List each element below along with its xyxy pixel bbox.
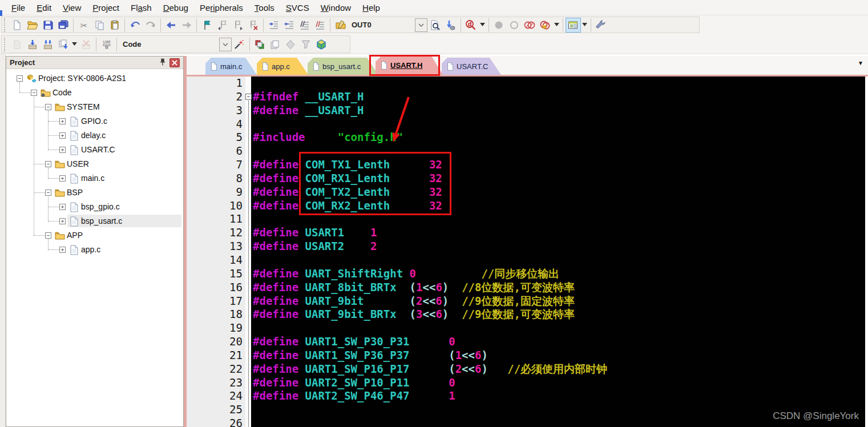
menu-view[interactable]: View — [57, 1, 87, 14]
tree-item-gpio-c[interactable]: +GPIO.c — [6, 114, 183, 128]
expand-box[interactable]: − — [45, 161, 51, 167]
cut-icon[interactable]: ✂ — [76, 18, 91, 33]
tab-usart-h[interactable]: USART.H — [376, 56, 443, 75]
code-line: #include "config.h" — [251, 131, 865, 144]
tree-item-code[interactable]: −Code — [6, 86, 183, 100]
tree-item-delay-c[interactable]: +delay.c — [6, 128, 183, 143]
windows-view-icon[interactable] — [566, 18, 581, 33]
close-icon[interactable] — [169, 58, 180, 67]
tree-item-bsp-usart-c[interactable]: +bsp_usart.c — [6, 214, 183, 228]
bookmark-toggle-icon[interactable] — [199, 18, 215, 33]
batch-build-dropdown[interactable] — [72, 42, 77, 47]
redo-icon[interactable] — [143, 18, 158, 33]
menu-file[interactable]: File — [6, 1, 31, 14]
find-in-files-icon[interactable] — [333, 18, 348, 33]
tree-item-label: Project: SYK-0806-A2S1 — [38, 74, 126, 83]
manage-project-items-icon[interactable] — [252, 37, 268, 52]
undo-icon[interactable] — [127, 18, 143, 33]
expand-box[interactable]: + — [59, 218, 66, 224]
bookmark-next-icon[interactable] — [230, 18, 245, 33]
menu-edit[interactable]: Edit — [31, 1, 57, 14]
tab-usart-c[interactable]: USART.C — [442, 58, 501, 75]
enable-breakpoint-icon[interactable] — [507, 18, 522, 33]
download-load-icon[interactable]: LOAD — [99, 37, 114, 52]
copy-icon[interactable] — [91, 18, 107, 33]
disable-all-breakpoints-icon[interactable] — [522, 18, 538, 33]
editor-region: main.capp.cbsp_usart.cUSART.HUSART.C ▼ 1… — [184, 56, 868, 427]
menu-window[interactable]: Window — [315, 1, 357, 14]
kill-all-breakpoints-icon[interactable] — [538, 18, 553, 33]
run-to-cursor-icon[interactable] — [443, 18, 458, 33]
menu-peripherals[interactable]: Peripherals — [194, 1, 249, 14]
bookmark-clear-all-icon[interactable] — [245, 18, 261, 33]
virtual-registers-icon[interactable] — [283, 37, 298, 52]
tree-item-project-syk-0806-a2s1[interactable]: −Project: SYK-0806-A2S1 — [6, 71, 183, 86]
menu-svcs[interactable]: SVCS — [280, 1, 315, 14]
tab-app-c[interactable]: app.c — [257, 58, 308, 75]
expand-box[interactable]: − — [31, 90, 37, 96]
configure-wrench-icon[interactable] — [594, 18, 609, 33]
menu-flash[interactable]: Flash — [125, 1, 158, 14]
code-editor[interactable]: #ifndef __USART_H#define __USART_H#inclu… — [251, 76, 865, 427]
indent-left-icon[interactable] — [281, 18, 297, 33]
find-text[interactable]: OUT0 — [348, 21, 375, 29]
tab-list-dropdown-icon[interactable]: ▼ — [858, 60, 863, 66]
translate-file-icon[interactable] — [9, 37, 25, 52]
options-for-target-icon[interactable] — [232, 37, 247, 52]
tree-item-bsp-gpio-c[interactable]: +bsp_gpio.c — [6, 200, 183, 214]
expand-box[interactable]: − — [45, 104, 51, 110]
expand-box[interactable]: + — [59, 118, 66, 124]
file-extensions-icon[interactable] — [268, 37, 283, 52]
expand-box[interactable]: + — [59, 147, 66, 153]
build-target-icon[interactable] — [25, 37, 40, 52]
filter-window-icon[interactable] — [298, 37, 314, 52]
uncomment-selection-icon[interactable] — [312, 18, 328, 33]
tree-item-app[interactable]: −APP — [6, 228, 183, 243]
tree-item-main-c[interactable]: +main.c — [6, 171, 183, 186]
expand-box[interactable]: − — [45, 190, 51, 196]
expand-box[interactable]: − — [17, 75, 23, 82]
expand-box[interactable]: + — [59, 204, 66, 210]
rebuild-all-icon[interactable] — [40, 37, 55, 52]
expand-box[interactable]: + — [59, 132, 66, 139]
insert-breakpoint-icon[interactable] — [491, 18, 507, 33]
indent-right-icon[interactable] — [266, 18, 281, 33]
save-icon[interactable] — [40, 18, 55, 33]
windows-view-dropdown[interactable] — [582, 22, 587, 27]
expand-box[interactable]: − — [45, 232, 51, 239]
paste-icon[interactable] — [107, 18, 122, 33]
start-debug-session-icon[interactable]: d — [463, 18, 479, 33]
tree-item-bsp[interactable]: −BSP — [6, 186, 183, 200]
tab-bsp-usart-c[interactable]: bsp_usart.c — [308, 58, 378, 75]
navigate-back-icon[interactable] — [163, 18, 179, 33]
find-history-dropdown[interactable] — [415, 18, 427, 32]
tree-item-app-c[interactable]: +app.c — [6, 243, 183, 257]
menu-tools[interactable]: Tools — [249, 1, 280, 14]
expand-box[interactable]: + — [59, 247, 66, 253]
tree-item-user[interactable]: −USER — [6, 157, 183, 171]
pack-installer-icon[interactable] — [314, 37, 329, 52]
debug-dropdown[interactable] — [480, 22, 485, 27]
menu-debug[interactable]: Debug — [158, 1, 194, 14]
expand-box[interactable]: + — [59, 175, 66, 182]
incremental-find-icon[interactable] — [427, 18, 443, 33]
menu-project[interactable]: Project — [87, 1, 125, 14]
tree-item-system[interactable]: −SYSTEM — [6, 100, 183, 114]
navigate-forward-icon[interactable] — [179, 18, 194, 33]
tab-main-c[interactable]: main.c — [205, 58, 257, 75]
new-file-icon[interactable] — [9, 18, 25, 33]
open-folder-icon[interactable] — [25, 18, 40, 33]
comment-selection-icon[interactable] — [297, 18, 312, 33]
batch-build-icon[interactable] — [55, 37, 71, 52]
menu-help[interactable]: Help — [357, 1, 386, 14]
fold-collapse-icon[interactable]: − — [245, 94, 252, 100]
bookmark-prev-icon[interactable] — [215, 18, 230, 33]
pin-icon[interactable] — [158, 58, 168, 67]
stop-build-icon[interactable] — [78, 37, 94, 52]
save-all-icon[interactable] — [55, 18, 71, 33]
target-select-dropdown[interactable] — [219, 38, 232, 51]
tree-item-usart-c[interactable]: +USART.C — [6, 143, 183, 157]
breakpoint-dropdown[interactable] — [554, 22, 559, 27]
tree-connector — [19, 92, 31, 93]
target-select[interactable]: Code — [119, 40, 145, 49]
